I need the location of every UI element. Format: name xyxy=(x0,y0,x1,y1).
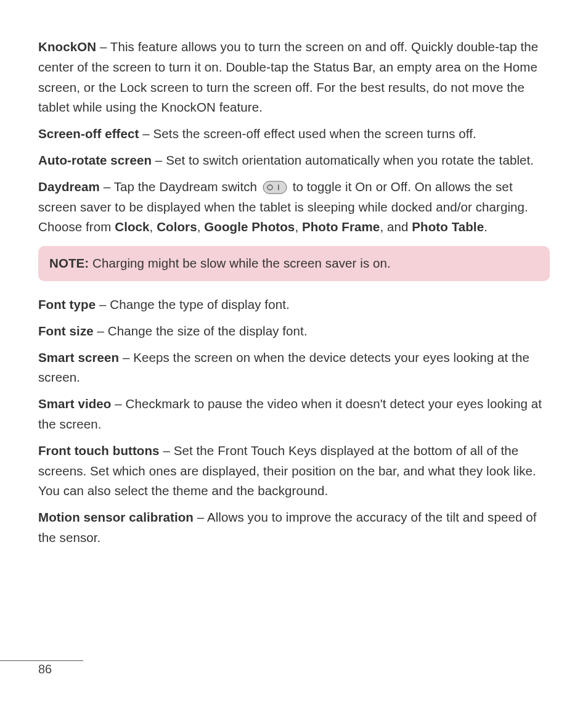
paragraph-knockon: KnockON – This feature allows you to tur… xyxy=(38,37,550,118)
opt-colors: Colors xyxy=(157,220,197,234)
term-fronttouch: Front touch buttons xyxy=(38,443,160,458)
paragraph-autorotate: Auto-rotate screen – Set to switch orien… xyxy=(38,150,550,171)
paragraph-daydream: Daydream – Tap the Daydream switch to to… xyxy=(38,177,550,237)
term-fonttype: Font type xyxy=(38,297,96,311)
paragraph-screenoff: Screen-off effect – Sets the screen-off … xyxy=(38,124,550,144)
opt-photo-frame: Photo Frame xyxy=(302,220,380,234)
text-fonttype: – Change the type of display font. xyxy=(96,297,290,311)
text-daydream-pre: – Tap the Daydream switch xyxy=(100,179,261,194)
footer-rule xyxy=(0,660,83,661)
opt-clock: Clock xyxy=(115,220,149,234)
svg-rect-2 xyxy=(278,185,279,191)
opt-google-photos: Google Photos xyxy=(204,220,295,234)
term-fontsize: Font size xyxy=(38,324,94,338)
paragraph-motion: Motion sensor calibration – Allows you t… xyxy=(38,507,550,548)
term-daydream: Daydream xyxy=(38,179,100,194)
text-knockon: – This feature allows you to turn the sc… xyxy=(38,39,538,114)
text-smartvideo: – Checkmark to pause the video when it d… xyxy=(38,396,542,431)
text-screenoff: – Sets the screen-off effect used when t… xyxy=(139,126,476,141)
paragraph-smartvideo: Smart video – Checkmark to pause the vid… xyxy=(38,394,550,435)
term-screenoff: Screen-off effect xyxy=(38,126,139,141)
term-smartscreen: Smart screen xyxy=(38,350,119,364)
note-text: Charging might be slow while the screen … xyxy=(89,256,391,270)
text-fontsize: – Change the size of the display font. xyxy=(94,324,308,338)
page-content: KnockON – This feature allows you to tur… xyxy=(0,0,588,548)
term-smartvideo: Smart video xyxy=(38,396,111,411)
toggle-switch-icon xyxy=(263,181,287,194)
opt-photo-table: Photo Table xyxy=(412,220,484,234)
term-autorotate: Auto-rotate screen xyxy=(38,153,152,167)
text-autorotate: – Set to switch orientation automaticall… xyxy=(152,153,534,167)
page-number: 86 xyxy=(0,662,52,676)
paragraph-fronttouch: Front touch buttons – Set the Front Touc… xyxy=(38,441,550,501)
paragraph-fonttype: Font type – Change the type of display f… xyxy=(38,295,550,315)
note-label: NOTE: xyxy=(49,256,89,270)
term-knockon: KnockON xyxy=(38,39,96,54)
svg-rect-0 xyxy=(263,181,287,194)
page-footer: 86 xyxy=(0,660,123,676)
paragraph-fontsize: Font size – Change the size of the displ… xyxy=(38,321,550,342)
note-box: NOTE: Charging might be slow while the s… xyxy=(38,246,550,281)
paragraph-smartscreen: Smart screen – Keeps the screen on when … xyxy=(38,348,550,388)
term-motion: Motion sensor calibration xyxy=(38,510,194,524)
